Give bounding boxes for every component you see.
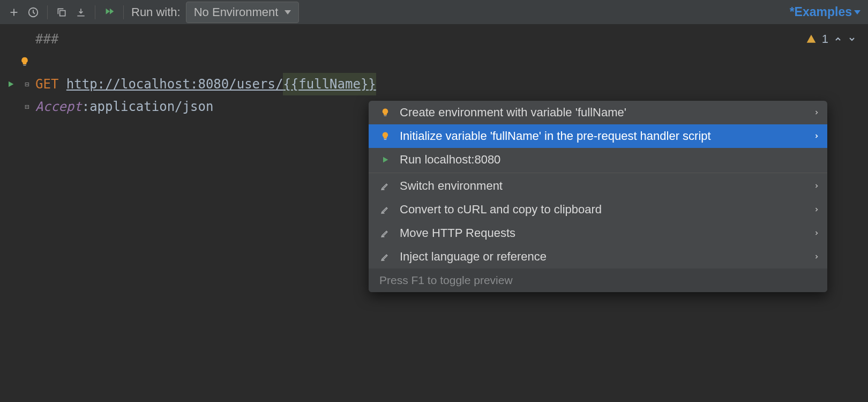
colon: : [82, 95, 89, 118]
chevron-right-icon [813, 229, 820, 237]
chevron-right-icon [813, 108, 820, 117]
popup-item-label: Move HTTP Requests [400, 226, 515, 240]
code-line [0, 50, 868, 73]
popup-item-create-env[interactable]: Create environment with variable 'fullNa… [369, 101, 827, 124]
examples-label: *Examples [790, 5, 852, 19]
intention-bulb-icon[interactable] [19, 56, 30, 67]
svg-rect-10 [24, 65, 26, 66]
toolbar: Run with: No Environment *Examples [0, 0, 868, 25]
gutter: ⊟ [0, 100, 35, 114]
http-variable: {{fullName}} [283, 73, 376, 95]
popup-item-init-variable[interactable]: Initialize variable 'fullName' in the pr… [369, 124, 827, 148]
examples-link[interactable]: *Examples [790, 5, 860, 19]
request-separator: ### [35, 28, 58, 50]
code-line: ⊟ GET http://localhost:8080/users/{{full… [0, 73, 868, 95]
popup-item-label: Initialize variable 'fullName' in the pr… [400, 129, 711, 143]
svg-marker-8 [854, 10, 860, 14]
popup-item-run-request[interactable]: Run localhost:8080 [369, 148, 827, 172]
environment-dropdown[interactable]: No Environment [186, 2, 300, 23]
environment-selected: No Environment [194, 5, 279, 19]
intention-popup: Create environment with variable 'fullNa… [369, 101, 827, 292]
popup-item-label: Run localhost:8080 [400, 153, 500, 167]
toolbar-separator [123, 5, 124, 19]
popup-item-label: Convert to cURL and copy to clipboard [400, 203, 602, 217]
svg-marker-7 [285, 10, 291, 14]
svg-rect-13 [384, 139, 387, 140]
copy-button[interactable] [52, 3, 71, 22]
toolbar-separator [47, 5, 48, 19]
run-all-button[interactable] [100, 3, 119, 22]
chevron-down-icon [285, 10, 291, 15]
bulb-icon [377, 131, 393, 141]
popup-separator [369, 173, 827, 173]
popup-item-inject-language[interactable]: Inject language or reference [369, 245, 827, 269]
http-method: GET [35, 73, 58, 95]
run-with-label: Run with: [131, 5, 181, 19]
http-header-name: Accept [35, 95, 82, 118]
fold-icon[interactable]: ⊟ [25, 100, 30, 114]
toolbar-separator [95, 5, 95, 19]
popup-footer-text: Press F1 to toggle preview [379, 274, 513, 287]
pencil-icon [377, 228, 393, 238]
svg-marker-14 [383, 157, 388, 163]
http-url: http://localhost:8080/users/ [66, 73, 283, 95]
popup-item-label: Switch environment [400, 179, 503, 193]
popup-item-label: Create environment with variable 'fullNa… [400, 106, 626, 120]
popup-item-move-requests[interactable]: Move HTTP Requests [369, 221, 827, 245]
gutter [0, 56, 35, 67]
chevron-right-icon [813, 252, 820, 261]
pencil-icon [377, 181, 393, 191]
gutter: ⊟ [0, 78, 35, 91]
pencil-icon [377, 205, 393, 214]
bulb-icon [377, 108, 393, 117]
http-header-value: application/json [89, 95, 213, 118]
popup-footer: Press F1 to toggle preview [369, 269, 827, 292]
svg-marker-6 [110, 8, 114, 14]
code-line: ### [0, 28, 868, 50]
run-gutter-icon[interactable] [6, 80, 15, 88]
add-button[interactable] [4, 3, 24, 22]
chevron-down-icon [854, 10, 860, 15]
play-icon [377, 155, 393, 164]
pencil-icon [377, 252, 393, 262]
chevron-right-icon [813, 182, 820, 190]
svg-rect-3 [60, 10, 65, 16]
svg-marker-5 [106, 8, 110, 14]
svg-marker-11 [9, 81, 13, 87]
svg-rect-12 [384, 115, 387, 116]
chevron-right-icon [813, 205, 820, 214]
popup-item-switch-env[interactable]: Switch environment [369, 174, 827, 198]
history-button[interactable] [24, 3, 43, 22]
popup-item-convert-curl[interactable]: Convert to cURL and copy to clipboard [369, 198, 827, 221]
import-button[interactable] [71, 3, 91, 22]
chevron-right-icon [813, 132, 820, 140]
popup-item-label: Inject language or reference [400, 250, 547, 264]
fold-icon[interactable]: ⊟ [25, 78, 30, 91]
